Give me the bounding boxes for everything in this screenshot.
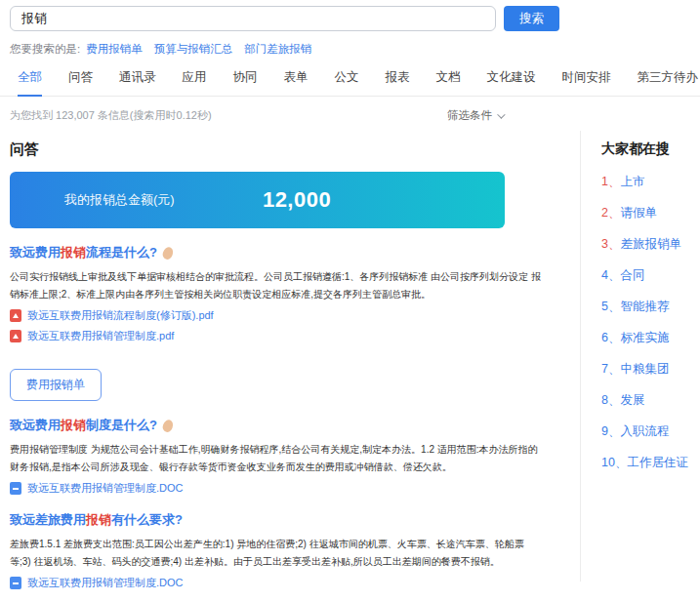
hot-search-item[interactable]: 10、工作居住证 (601, 455, 689, 471)
filter-toggle[interactable]: 筛选条件 (447, 108, 503, 123)
hot-search-term: 差旅报销单 (620, 237, 681, 251)
attachment-link[interactable]: 致远互联费用报销管理制度.DOC (10, 481, 542, 496)
chevron-down-icon (497, 110, 505, 118)
pdf-file-icon (10, 330, 21, 342)
hot-search-rank: 10、 (601, 456, 627, 469)
hot-search-item[interactable]: 1、上市 (601, 174, 689, 190)
tab-文化建设[interactable]: 文化建设 (487, 69, 536, 96)
tab-报表[interactable]: 报表 (386, 69, 410, 96)
keyword-highlight: 报销 (86, 511, 111, 529)
attachment-name: 致远互联费用报销管理制度.DOC (27, 481, 184, 496)
banner-label: 我的报销总金额(元) (64, 191, 175, 209)
keyword-highlight: 报销 (61, 244, 86, 261)
hot-search-rank: 9、 (601, 424, 620, 438)
result-snippet: 差旅费1.5.1 差旅费支出范围:员工因公出差产生的:1) 异地的住宿费;2) … (10, 536, 542, 570)
search-button[interactable]: 搜索 (504, 6, 559, 31)
tab-第三方待办[interactable]: 第三方待办 (638, 69, 699, 96)
tab-文档[interactable]: 文档 (436, 69, 461, 96)
category-tabs: 全部问答通讯录应用协同表单公文报表文档文化建设时间安排第三方待办 (0, 57, 700, 97)
result-title-text: 制度是什么? (86, 417, 157, 434)
tab-协同[interactable]: 协同 (233, 69, 258, 96)
hot-search-term: 请假单 (620, 206, 657, 220)
hot-search-term: 发展 (620, 393, 644, 407)
emoji-icon (161, 418, 175, 433)
tab-应用[interactable]: 应用 (183, 69, 207, 96)
result-snippet: 费用报销管理制度 为规范公司会计基础工作,明确财务报销程序,结合公司有关规定,制… (10, 441, 542, 475)
banner-value: 12,000 (263, 187, 331, 213)
attachment-link[interactable]: 致远互联费用报销管理制度.DOC (10, 576, 542, 590)
qa-result: 致远差旅费用报销有什么要求?差旅费1.5.1 差旅费支出范围:员工因公出差产生的… (10, 511, 547, 602)
hot-search-rank: 1、 (601, 175, 620, 188)
hot-search-item[interactable]: 7、中粮集团 (601, 361, 689, 378)
hot-search-term: 入职流程 (620, 424, 669, 438)
search-suggestions: 您要搜索的是:费用报销单预算与报销汇总部门差旅报销 (0, 31, 700, 57)
filter-label: 筛选条件 (447, 108, 492, 123)
tab-表单[interactable]: 表单 (284, 69, 309, 96)
hot-search-term: 中粮集团 (620, 362, 669, 376)
result-title[interactable]: 致远费用报销流程是什么? (10, 244, 547, 261)
result-title-text: 致远费用 (10, 244, 61, 261)
hot-search-sidebar: 大家都在搜 1、上市2、请假单3、差旅报销单4、合同5、智能推荐6、标准实施7、… (580, 131, 689, 582)
pdf-file-icon (10, 309, 21, 322)
suggestions-label: 您要搜索的是: (10, 43, 80, 55)
form-shortcut-button[interactable]: 费用报销单 (10, 369, 102, 401)
result-title[interactable]: 致远差旅费用报销有什么要求? (10, 511, 547, 529)
result-title-text: 致远费用 (10, 417, 61, 434)
doc-file-icon (10, 482, 21, 495)
keyword-highlight: 报销 (61, 417, 86, 434)
results-meta-row: 为您找到 123,007 条信息(搜索用时0.12秒) 筛选条件 (0, 108, 515, 123)
suggested-query-link[interactable]: 预算与报销汇总 (154, 43, 233, 55)
tab-全部[interactable]: 全部 (18, 69, 42, 97)
search-input[interactable] (10, 6, 496, 31)
section-title-qa: 问答 (10, 140, 547, 159)
tab-公文[interactable]: 公文 (335, 69, 359, 96)
hot-search-term: 智能推荐 (620, 300, 669, 313)
result-title-text: 流程是什么? (86, 244, 157, 261)
hot-search-term: 上市 (620, 175, 644, 188)
hot-search-item[interactable]: 8、发展 (601, 392, 689, 409)
attachment-name: 致远互联费用报销流程制度(修订版).pdf (27, 308, 214, 323)
results-column: 问答 我的报销总金额(元) 12,000 致远费用报销流程是什么?公司实行报销线… (0, 131, 547, 602)
attachment-name: 致远互联费用报销管理制度.DOC (27, 576, 184, 590)
suggested-query-link[interactable]: 部门差旅报销 (244, 43, 311, 55)
qa-result: 致远费用报销流程是什么?公司实行报销线上审批及线下单据审核相结合的审批流程。公司… (10, 244, 547, 401)
hot-search-title: 大家都在搜 (601, 140, 689, 158)
result-title-text: 有什么要求? (111, 511, 183, 529)
tab-时间安排[interactable]: 时间安排 (562, 69, 611, 96)
hot-search-item[interactable]: 5、智能推荐 (601, 299, 689, 315)
hot-search-item[interactable]: 3、差旅报销单 (601, 236, 689, 253)
tab-问答[interactable]: 问答 (68, 69, 93, 96)
hot-search-rank: 5、 (601, 300, 620, 313)
hot-search-rank: 4、 (601, 268, 620, 282)
result-snippet: 公司实行报销线上审批及线下单据审核相结合的审批流程。公司员工报销遵循:1、各序列… (10, 268, 542, 302)
attachment-link[interactable]: 致远互联费用报销管理制度.pdf (10, 329, 542, 343)
hot-search-item[interactable]: 9、入职流程 (601, 423, 689, 440)
hot-search-rank: 8、 (601, 393, 620, 407)
attachment-link[interactable]: 致远互联费用报销流程制度(修订版).pdf (10, 308, 542, 323)
hot-search-rank: 7、 (601, 362, 620, 376)
hot-search-term: 标准实施 (620, 331, 669, 344)
suggested-query-link[interactable]: 费用报销单 (86, 43, 143, 55)
tab-通讯录[interactable]: 通讯录 (119, 69, 156, 96)
hot-search-term: 合同 (620, 268, 644, 282)
search-bar: 搜索 (0, 0, 700, 31)
attachment-name: 致远互联费用报销管理制度.pdf (27, 329, 174, 343)
hot-search-rank: 2、 (601, 206, 620, 220)
hot-search-item[interactable]: 6、标准实施 (601, 330, 689, 346)
hot-search-item[interactable]: 4、合同 (601, 267, 689, 284)
emoji-icon (161, 245, 175, 261)
hot-search-term: 工作居住证 (627, 456, 688, 469)
hot-search-item[interactable]: 2、请假单 (601, 205, 689, 221)
result-title-text: 致远差旅费用 (10, 511, 86, 529)
hot-search-rank: 6、 (601, 331, 620, 344)
hot-search-rank: 3、 (601, 237, 620, 251)
results-count: 为您找到 123,007 条信息(搜索用时0.12秒) (10, 108, 212, 123)
doc-file-icon (10, 577, 21, 589)
qa-result: 致远费用报销制度是什么?费用报销管理制度 为规范公司会计基础工作,明确财务报销程… (10, 417, 547, 496)
result-title[interactable]: 致远费用报销制度是什么? (10, 417, 547, 434)
reimbursement-total-card[interactable]: 我的报销总金额(元) 12,000 (10, 172, 505, 228)
